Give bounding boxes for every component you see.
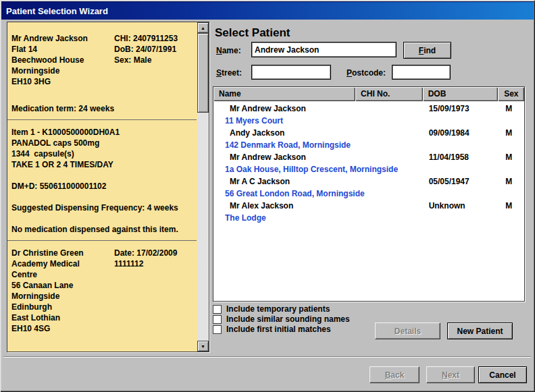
- table-row[interactable]: Mr Andrew Jackson 15/09/1973 M 11 Myers …: [213, 103, 524, 127]
- patient-postcode: EH10 3HG: [11, 76, 114, 87]
- results-body: Mr Andrew Jackson 15/09/1973 M 11 Myers …: [213, 101, 524, 224]
- prescriber-address-line: Morningside: [11, 291, 114, 302]
- prescriber-code: 1111112: [114, 258, 197, 269]
- patient-dob: DoB: 24/07/1991: [114, 44, 197, 55]
- name-label: Name:: [216, 46, 241, 55]
- result-sex: M: [498, 151, 524, 163]
- next-button[interactable]: Next: [426, 366, 475, 383]
- pane-divider: [7, 119, 197, 120]
- result-dob: 09/09/1984: [423, 127, 499, 139]
- result-name: Andy Jackson: [213, 127, 355, 139]
- result-address: The Lodge: [213, 212, 524, 224]
- table-row[interactable]: Mr A C Jackson 05/05/1947 M 56 Great Lon…: [213, 175, 524, 200]
- item-quantity: 1344 capsule(s): [11, 148, 197, 159]
- postcode-input[interactable]: [392, 65, 451, 80]
- result-dob: 05/05/1947: [423, 175, 499, 188]
- postcode-label: Postcode:: [347, 68, 386, 78]
- scrollbar-thumb[interactable]: [197, 33, 209, 113]
- summary-scrollbar[interactable]: ▲ ▼: [197, 22, 209, 352]
- medication-term: Medication term: 24 weeks: [11, 103, 197, 114]
- scroll-up-button[interactable]: ▲: [197, 22, 209, 33]
- result-chi: [355, 175, 423, 188]
- option-include-temporary-patients[interactable]: Include temporary patients: [213, 304, 350, 314]
- prescriber-address-line: East Lothian: [11, 312, 114, 323]
- back-button[interactable]: Back: [370, 366, 419, 383]
- result-sex: M: [498, 175, 524, 188]
- patient-address-line: Flat 14: [11, 44, 114, 55]
- result-address: 142 Denmark Road, Morningside: [213, 139, 524, 151]
- prescriber-address-line: Edinburgh: [11, 302, 114, 312]
- details-button[interactable]: Details: [375, 323, 440, 339]
- prescriber-name: Dr Christine Green: [11, 248, 114, 258]
- checkbox-icon[interactable]: [213, 325, 222, 334]
- item-dosage: TAKE 1 OR 2 4 TIMES/DAY: [11, 159, 197, 170]
- patient-name: Mr Andrew Jackson: [11, 33, 114, 44]
- prescriber-block: Dr Christine Green Academy Medical Centr…: [11, 248, 197, 334]
- page-title: Select Patient: [215, 26, 290, 40]
- result-name: Mr Andrew Jackson: [213, 151, 355, 163]
- street-input[interactable]: [251, 65, 331, 80]
- result-address: 56 Great London Road, Morningside: [213, 188, 524, 200]
- item-drug: PANADOL caps 500mg: [11, 138, 197, 148]
- column-header-sex[interactable]: Sex: [498, 87, 524, 101]
- result-dob: 11/04/1958: [423, 151, 499, 163]
- column-header-chi[interactable]: CHI No.: [355, 87, 423, 101]
- result-chi: [355, 151, 423, 163]
- result-name: Mr Alex Jackson: [213, 200, 355, 212]
- dispensing-frequency: Suggested Dispensing Frequency: 4 weeks: [11, 202, 182, 213]
- patient-sex: Sex: Male: [114, 55, 197, 65]
- find-button[interactable]: Find: [403, 42, 451, 59]
- prescriber-postcode: EH10 4SG: [11, 323, 114, 334]
- search-options: Include temporary patients Include simil…: [213, 304, 350, 335]
- patient-results-table: Name CHI No. DOB Sex Mr Andrew Jackson 1…: [213, 86, 525, 302]
- result-sex: M: [498, 127, 524, 139]
- prescription-date: Date: 17/02/2009: [114, 248, 197, 258]
- dispense-note: No medication dispensed against this ite…: [11, 224, 182, 235]
- pane-divider: [7, 240, 197, 241]
- window-title-bar: Patient Selection Wizard: [1, 1, 534, 20]
- item-dmd-code: DM+D: 550611000001102: [11, 181, 197, 192]
- column-header-dob[interactable]: DOB: [423, 87, 499, 101]
- checkbox-icon[interactable]: [213, 315, 222, 324]
- option-label: Include temporary patients: [226, 304, 330, 314]
- result-address: 11 Myers Court: [213, 115, 524, 127]
- patient-chi: CHI: 2407911253: [114, 33, 197, 44]
- scroll-down-button[interactable]: ▼: [197, 341, 209, 352]
- prescription-summary-content: Mr Andrew Jackson Flat 14 Beechwood Hous…: [7, 22, 197, 352]
- checkbox-icon[interactable]: [213, 305, 222, 314]
- prescription-summary-pane: Mr Andrew Jackson Flat 14 Beechwood Hous…: [7, 22, 209, 352]
- table-row[interactable]: Andy Jackson 09/09/1984 M 142 Denmark Ro…: [213, 127, 524, 151]
- option-include-similar-sounding-names[interactable]: Include similar sounding names: [213, 314, 350, 325]
- result-name: Mr A C Jackson: [213, 175, 355, 188]
- table-row[interactable]: Mr Andrew Jackson 11/04/1958 M 1a Oak Ho…: [213, 151, 524, 175]
- table-row[interactable]: Mr Alex Jackson Unknown M The Lodge: [213, 200, 524, 224]
- option-label: Include first initial matches: [226, 325, 331, 335]
- result-chi: [355, 200, 423, 212]
- result-sex: M: [498, 103, 524, 115]
- name-input[interactable]: [251, 42, 397, 57]
- result-sex: M: [498, 200, 524, 212]
- result-dob: Unknown: [423, 200, 499, 212]
- prescriber-address-line: Academy Medical: [11, 258, 114, 269]
- footer-divider: [3, 356, 531, 358]
- result-chi: [355, 127, 423, 139]
- street-label: Street:: [216, 68, 242, 78]
- patient-address-line: Beechwood House: [11, 55, 114, 65]
- option-include-first-initial-matches[interactable]: Include first initial matches: [213, 325, 350, 335]
- cancel-button[interactable]: Cancel: [478, 366, 527, 383]
- scroll-up-icon: ▲: [201, 26, 205, 30]
- result-chi: [355, 103, 423, 115]
- result-dob: 15/09/1973: [423, 103, 499, 115]
- result-address: 1a Oak House, Hilltop Crescent, Mornings…: [213, 163, 524, 175]
- item-block: Item 1 - K1000500000DH0A1 PANADOL caps 5…: [11, 127, 197, 235]
- column-header-name[interactable]: Name: [213, 87, 355, 101]
- result-name: Mr Andrew Jackson: [213, 103, 355, 115]
- window-title: Patient Selection Wizard: [6, 6, 108, 16]
- scroll-down-icon: ▼: [201, 344, 205, 349]
- patient-address-line: Morningside: [11, 65, 114, 76]
- new-patient-button[interactable]: New Patient: [447, 323, 513, 339]
- prescriber-address-line: 56 Canaan Lane: [11, 280, 114, 291]
- option-label: Include similar sounding names: [226, 314, 350, 325]
- patient-summary-block: Mr Andrew Jackson Flat 14 Beechwood Hous…: [11, 33, 197, 87]
- results-header-row: Name CHI No. DOB Sex: [213, 87, 524, 101]
